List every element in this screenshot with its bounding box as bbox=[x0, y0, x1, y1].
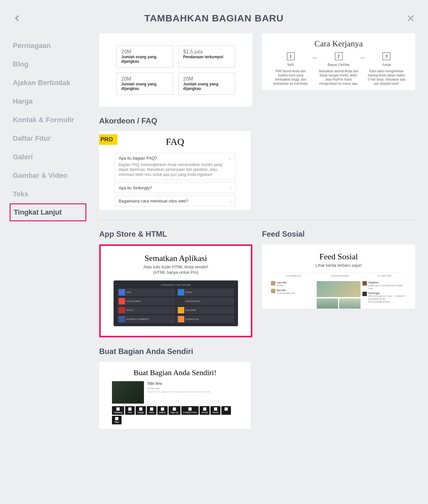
sidebar-item-tingkat-lanjut[interactable]: Tingkat Lanjut bbox=[10, 203, 86, 221]
faq-template-card[interactable]: PRO FAQ Apa itu bagian FAQ?⌄ Bagian FAQ … bbox=[99, 131, 251, 210]
chevron-right-icon: › bbox=[230, 199, 232, 203]
stat-box: 20M Jumlah orang yang dijangkau bbox=[116, 45, 173, 67]
myo-tool-button: Image bbox=[136, 406, 146, 415]
sections-panel: 20M Jumlah orang yang dijangkau $1,5 jut… bbox=[99, 33, 415, 438]
myo-toolbar: HeadingTextImageVideoButtonSign UpContac… bbox=[112, 406, 238, 424]
sidebar-item-galeri[interactable]: Galeri bbox=[13, 148, 86, 166]
sidebar-item-perniagaan[interactable]: Perniagaan bbox=[13, 36, 86, 55]
app-tile: PAYPAL bbox=[177, 288, 234, 296]
sidebar-item-gambar[interactable]: Gambar & Video bbox=[13, 166, 86, 185]
myo-template-card[interactable]: Buat Bagian Anda Sendiri! Title Text Sub… bbox=[99, 362, 251, 429]
stat-box: $1,5 juta Pendanaan terkumpul bbox=[178, 45, 235, 67]
sidebar-item-kontak[interactable]: Kontak & Formulir bbox=[13, 111, 86, 129]
back-icon[interactable] bbox=[13, 14, 22, 23]
app-tile: FACEBOOK COMMENTS bbox=[117, 315, 175, 323]
faq-title: FAQ bbox=[115, 136, 235, 147]
category-sidebar: Perniagaan Blog Ajakan Bertindak Harga K… bbox=[13, 33, 86, 438]
pro-badge: PRO bbox=[99, 134, 117, 145]
close-icon[interactable] bbox=[406, 14, 415, 23]
myo-section-title: Buat Bagian Anda Sendiri bbox=[99, 347, 251, 356]
social-subtitle: Lihat berita terbaru saya! bbox=[271, 263, 406, 268]
app-tile: WUFOO bbox=[117, 306, 175, 314]
app-tile: GOOGLE MAPS bbox=[177, 297, 234, 305]
appstore-title: Sematkan Aplikasi bbox=[114, 254, 238, 263]
social-tabs: f FACEBOOK ◎ INSTAGRAM ▸ TWITTER bbox=[271, 272, 406, 279]
stats-template-card[interactable]: 20M Jumlah orang yang dijangkau $1,5 jut… bbox=[99, 33, 252, 107]
myo-tool-button: Heading bbox=[112, 406, 124, 415]
myo-tool-button: Map bbox=[112, 416, 122, 424]
app-tile: HTML bbox=[117, 288, 175, 296]
section-divider bbox=[99, 220, 415, 220]
myo-tool-button bbox=[221, 406, 231, 415]
sidebar-item-fitur[interactable]: Daftar Fitur bbox=[13, 129, 86, 148]
sidebar-item-cta[interactable]: Ajakan Bertindak bbox=[13, 74, 86, 92]
app-tile: MAILCHIMP bbox=[177, 306, 234, 314]
chevron-down-icon: ⌄ bbox=[228, 156, 231, 160]
faq-item: Apa itu Strikingly?› bbox=[115, 183, 235, 193]
myo-image-placeholder bbox=[112, 381, 144, 404]
sidebar-item-teks[interactable]: Teks bbox=[13, 185, 86, 203]
app-tile: SOUNDCLOUD bbox=[177, 315, 234, 323]
howitworks-template-card[interactable]: Cara Kerjanya 1 beli Pilih favorit Anda … bbox=[262, 33, 415, 90]
faq-section-title: Akordeon / FAQ bbox=[99, 116, 251, 125]
faq-item: Apa itu bagian FAQ?⌄ Bagian FAQ memungki… bbox=[115, 153, 235, 180]
myo-tool-button: Social bbox=[200, 406, 210, 415]
stat-box: 20M Jumlah orang yang dijangkau bbox=[178, 73, 235, 95]
social-section-title: Feed Sosial bbox=[262, 230, 415, 239]
social-title: Feed Sosial bbox=[271, 252, 406, 262]
social-template-card[interactable]: Feed Sosial Lihat berita terbaru saya! f… bbox=[262, 244, 415, 309]
chevron-right-icon: › bbox=[230, 186, 232, 190]
modal-header: TAMBAHKAN BAGIAN BARU bbox=[13, 10, 415, 33]
appstore-template-card[interactable]: Sematkan Aplikasi Atau tulis kode HTML A… bbox=[99, 244, 252, 337]
appstore-section-title: App Store & HTML bbox=[99, 230, 252, 239]
sidebar-item-harga[interactable]: Harga bbox=[13, 92, 86, 111]
stat-box: 20M Jumlah orang yang dijangkau bbox=[116, 73, 173, 95]
myo-title: Buat Bagian Anda Sendiri! bbox=[112, 368, 238, 377]
sidebar-item-blog[interactable]: Blog bbox=[13, 55, 86, 74]
myo-tool-button: Button bbox=[157, 406, 168, 415]
appstore-mock: STRIKINGLY APP STORE HTMLPAYPALGOOGLE MA… bbox=[114, 280, 238, 326]
myo-tool-button: Video bbox=[147, 406, 156, 415]
modal-title: TAMBAHKAN BAGIAN BARU bbox=[22, 13, 406, 24]
myo-tool-button: Ecwid bbox=[210, 406, 220, 415]
howitworks-title: Cara Kerjanya bbox=[271, 39, 406, 49]
app-tile: GOOGLE MAPS bbox=[117, 297, 175, 305]
myo-tool-button: Sign Up bbox=[169, 406, 180, 415]
add-section-modal: TAMBAHKAN BAGIAN BARU Perniagaan Blog Aj… bbox=[0, 0, 428, 504]
appstore-subtitle: Atau tulis kode HTML Anda sendiri! (HTML… bbox=[114, 264, 238, 275]
myo-tool-button: Text bbox=[125, 406, 135, 415]
faq-item: Bagaimana cara membuat situs web?› bbox=[115, 196, 235, 206]
myo-tool-button: Contact Form bbox=[181, 406, 199, 415]
